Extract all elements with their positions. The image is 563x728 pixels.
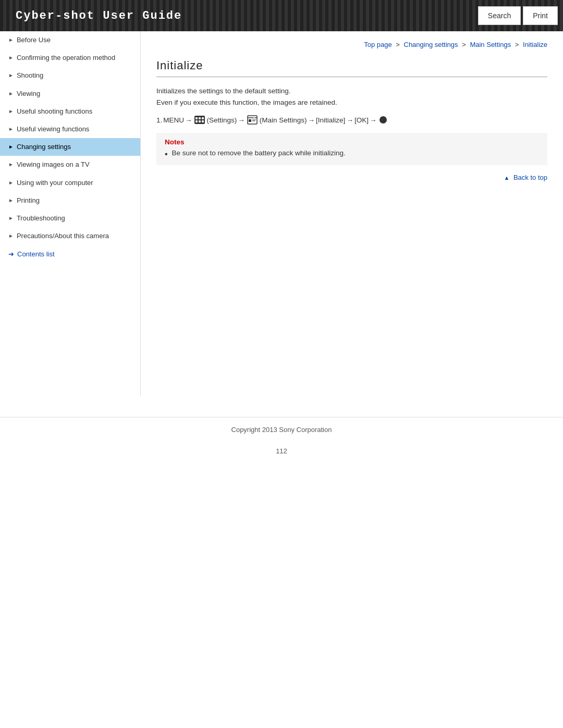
sidebar: ► Before Use ► Confirming the operation … <box>0 31 141 396</box>
sidebar-item-viewing-tv[interactable]: ► Viewing images on a TV <box>0 156 140 174</box>
sidebar-arrow-icon: ► <box>8 108 14 115</box>
header-actions: Search Print <box>478 0 563 31</box>
arrow-5: → <box>370 116 377 124</box>
notes-box: Notes • Be sure not to remove the batter… <box>156 133 547 165</box>
sidebar-item-label: Confirming the operation method <box>17 53 115 63</box>
arrow-right-icon: ➔ <box>8 250 14 258</box>
sidebar-item-useful-shooting[interactable]: ► Useful shooting functions <box>0 103 140 120</box>
print-button[interactable]: Print <box>523 6 558 25</box>
contents-list-label: Contents list <box>17 250 55 258</box>
sidebar-arrow-icon: ► <box>8 143 14 151</box>
ok-label: [OK] <box>354 116 369 124</box>
back-to-top-label: Back to top <box>513 174 547 181</box>
sidebar-item-computer[interactable]: ► Using with your computer <box>0 174 140 192</box>
svg-rect-0 <box>194 116 205 124</box>
svg-rect-4 <box>195 120 198 122</box>
sidebar-item-label: Useful shooting functions <box>17 107 92 116</box>
sidebar-item-printing[interactable]: ► Printing <box>0 192 140 209</box>
sidebar-arrow-icon: ► <box>8 197 14 204</box>
breadcrumb-sep-1: > <box>396 41 401 48</box>
settings-label: (Settings) <box>207 116 237 124</box>
sidebar-item-label: Printing <box>17 196 40 205</box>
page-number: 112 <box>0 442 563 460</box>
settings-icon <box>194 116 205 124</box>
sidebar-item-label: Troubleshooting <box>17 214 65 223</box>
sidebar-arrow-icon: ► <box>8 232 14 240</box>
sidebar-item-shooting[interactable]: ► Shooting <box>0 67 140 84</box>
svg-rect-9 <box>249 119 251 122</box>
svg-rect-6 <box>202 120 204 122</box>
bullet-icon: • <box>165 149 168 160</box>
sidebar-item-confirming[interactable]: ► Confirming the operation method <box>0 49 140 67</box>
breadcrumb: Top page > Changing settings > Main Sett… <box>156 41 547 48</box>
sidebar-item-precautions[interactable]: ► Precautions/About this camera <box>0 227 140 245</box>
contents-list-link[interactable]: ➔ Contents list <box>0 245 140 263</box>
circle-icon <box>380 116 387 124</box>
sidebar-arrow-icon: ► <box>8 54 14 61</box>
breadcrumb-main-settings[interactable]: Main Settings <box>470 41 511 48</box>
sidebar-item-label: Shooting <box>17 71 43 80</box>
breadcrumb-top-page[interactable]: Top page <box>364 41 392 48</box>
svg-rect-2 <box>199 117 201 119</box>
sidebar-item-changing-settings[interactable]: ► Changing settings <box>0 138 140 156</box>
copyright: Copyright 2013 Sony Corporation <box>8 426 555 434</box>
initialize-label: [Initialize] <box>316 116 345 124</box>
sidebar-arrow-icon: ► <box>8 215 14 222</box>
menu-text: MENU <box>163 116 184 124</box>
sidebar-item-label: Changing settings <box>17 142 71 152</box>
sidebar-item-useful-viewing[interactable]: ► Useful viewing functions <box>0 120 140 138</box>
breadcrumb-sep-2: > <box>462 41 468 48</box>
main-settings-label: (Main Settings) <box>260 116 307 124</box>
footer: Copyright 2013 Sony Corporation <box>0 417 563 442</box>
page-title: Initialize <box>156 59 547 77</box>
arrow-4: → <box>346 116 353 124</box>
sidebar-arrow-icon: ► <box>8 90 14 97</box>
breadcrumb-sep-3: > <box>515 41 521 48</box>
description-line1: Initializes the settings to the default … <box>156 85 547 97</box>
main-settings-icon: ▲ <box>247 115 258 125</box>
app-title: Cyber-shot User Guide <box>0 0 198 31</box>
sidebar-item-troubleshooting[interactable]: ► Troubleshooting <box>0 209 140 227</box>
step-number: 1. <box>156 116 162 124</box>
arrow-3: → <box>308 116 315 124</box>
description: Initializes the settings to the default … <box>156 85 547 108</box>
breadcrumb-initialize: Initialize <box>523 41 547 48</box>
svg-rect-1 <box>195 117 198 119</box>
page-layout: ► Before Use ► Confirming the operation … <box>0 31 563 396</box>
sidebar-item-before-use[interactable]: ► Before Use <box>0 31 140 49</box>
svg-rect-3 <box>202 117 204 119</box>
notes-title: Notes <box>165 138 539 146</box>
breadcrumb-changing-settings[interactable]: Changing settings <box>404 41 458 48</box>
sidebar-arrow-icon: ► <box>8 161 14 168</box>
notes-item: • Be sure not to remove the battery pack… <box>165 149 539 160</box>
triangle-icon: ▲ <box>504 175 509 181</box>
arrow-2: → <box>238 116 245 124</box>
description-line2: Even if you execute this function, the i… <box>156 97 547 108</box>
sidebar-item-label: Useful viewing functions <box>17 125 89 134</box>
sidebar-item-label: Viewing images on a TV <box>17 160 90 169</box>
instruction-line: 1. MENU → (Settings) → <box>156 115 547 125</box>
notes-text: Be sure not to remove the battery pack w… <box>172 149 346 157</box>
header: Cyber-shot User Guide Search Print <box>0 0 563 31</box>
sidebar-arrow-icon: ► <box>8 126 14 133</box>
sidebar-item-label: Viewing <box>17 89 40 98</box>
sidebar-arrow-icon: ► <box>8 72 14 79</box>
svg-rect-5 <box>199 120 201 122</box>
arrow-1: → <box>185 116 192 124</box>
svg-text:▲: ▲ <box>253 115 255 118</box>
sidebar-arrow-icon: ► <box>8 179 14 187</box>
main-content: Top page > Changing settings > Main Sett… <box>141 31 563 197</box>
search-button[interactable]: Search <box>478 6 521 25</box>
back-to-top[interactable]: ▲ Back to top <box>156 174 547 181</box>
sidebar-item-label: Using with your computer <box>17 178 93 188</box>
sidebar-item-label: Precautions/About this camera <box>17 231 109 241</box>
sidebar-arrow-icon: ► <box>8 36 14 44</box>
back-to-top-link[interactable]: ▲ Back to top <box>504 174 547 181</box>
sidebar-item-label: Before Use <box>17 35 51 45</box>
sidebar-item-viewing[interactable]: ► Viewing <box>0 85 140 103</box>
